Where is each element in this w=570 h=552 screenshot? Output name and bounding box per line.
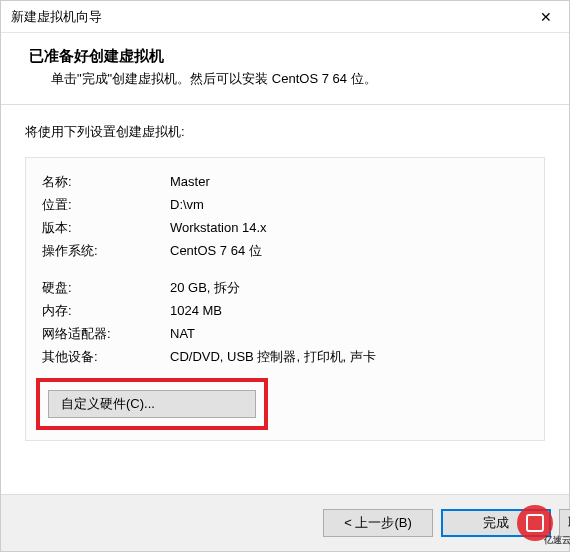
close-button[interactable]: ✕ [523, 1, 569, 33]
highlight-annotation: 自定义硬件(C)... [36, 378, 268, 430]
value-network: NAT [170, 324, 528, 344]
row-version: 版本: Workstation 14.x [42, 218, 528, 238]
label-os: 操作系统: [42, 241, 170, 261]
label-network: 网络适配器: [42, 324, 170, 344]
footer: < 上一步(B) 完成 取消 亿速云 [1, 494, 569, 551]
wizard-window: 新建虚拟机向导 ✕ 已准备好创建虚拟机 单击"完成"创建虚拟机。然后可以安装 C… [0, 0, 570, 552]
titlebar: 新建虚拟机向导 ✕ [1, 1, 569, 33]
value-name: Master [170, 172, 528, 192]
settings-list-label: 将使用下列设置创建虚拟机: [25, 123, 545, 141]
value-memory: 1024 MB [170, 301, 528, 321]
row-name: 名称: Master [42, 172, 528, 192]
value-disk: 20 GB, 拆分 [170, 278, 528, 298]
back-button[interactable]: < 上一步(B) [323, 509, 433, 537]
settings-panel: 名称: Master 位置: D:\vm 版本: Workstation 14.… [25, 157, 545, 441]
row-location: 位置: D:\vm [42, 195, 528, 215]
label-memory: 内存: [42, 301, 170, 321]
finish-button[interactable]: 完成 [441, 509, 551, 537]
label-other: 其他设备: [42, 347, 170, 367]
window-title: 新建虚拟机向导 [11, 8, 102, 26]
value-os: CentOS 7 64 位 [170, 241, 528, 261]
row-disk: 硬盘: 20 GB, 拆分 [42, 278, 528, 298]
label-version: 版本: [42, 218, 170, 238]
label-name: 名称: [42, 172, 170, 192]
content-section: 将使用下列设置创建虚拟机: 名称: Master 位置: D:\vm 版本: W… [1, 105, 569, 494]
value-location: D:\vm [170, 195, 528, 215]
label-location: 位置: [42, 195, 170, 215]
row-gap [42, 264, 528, 278]
value-version: Workstation 14.x [170, 218, 528, 238]
header-description: 单击"完成"创建虚拟机。然后可以安装 CentOS 7 64 位。 [29, 70, 541, 88]
label-disk: 硬盘: [42, 278, 170, 298]
row-other: 其他设备: CD/DVD, USB 控制器, 打印机, 声卡 [42, 347, 528, 367]
row-os: 操作系统: CentOS 7 64 位 [42, 241, 528, 261]
row-memory: 内存: 1024 MB [42, 301, 528, 321]
value-other: CD/DVD, USB 控制器, 打印机, 声卡 [170, 347, 528, 367]
row-network: 网络适配器: NAT [42, 324, 528, 344]
customize-hardware-button[interactable]: 自定义硬件(C)... [48, 390, 256, 418]
header-title: 已准备好创建虚拟机 [29, 47, 541, 66]
cancel-button[interactable]: 取消 [559, 509, 570, 537]
close-icon: ✕ [540, 9, 552, 25]
header-section: 已准备好创建虚拟机 单击"完成"创建虚拟机。然后可以安装 CentOS 7 64… [1, 33, 569, 104]
